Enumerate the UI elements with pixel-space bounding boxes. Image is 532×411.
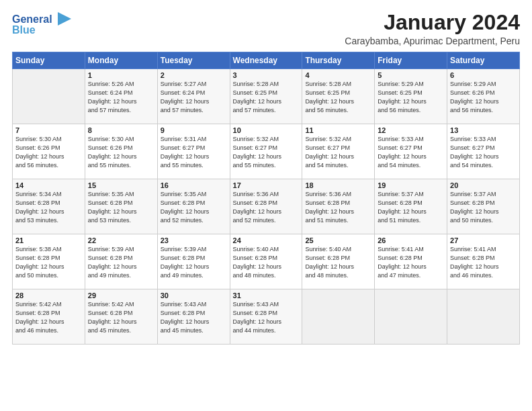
day-number: 5 <box>378 71 444 79</box>
day-cell: 16Sunrise: 5:35 AMSunset: 6:28 PMDayligh… <box>157 179 230 234</box>
day-number: 9 <box>161 126 227 134</box>
day-number: 27 <box>450 236 517 244</box>
day-cell: 15Sunrise: 5:35 AMSunset: 6:28 PMDayligh… <box>85 179 157 234</box>
day-info: Sunrise: 5:42 AMSunset: 6:28 PMDaylight:… <box>15 300 82 335</box>
day-cell: 14Sunrise: 5:34 AMSunset: 6:28 PMDayligh… <box>13 179 85 234</box>
day-number: 30 <box>161 291 227 300</box>
header-cell-saturday: Saturday <box>447 52 520 69</box>
header-cell-friday: Friday <box>375 52 447 69</box>
day-info: Sunrise: 5:35 AMSunset: 6:28 PMDaylight:… <box>161 190 227 225</box>
header: General Blue January 2024 Caraybamba, Ap… <box>12 11 520 46</box>
day-number: 26 <box>378 236 444 244</box>
day-info: Sunrise: 5:34 AMSunset: 6:28 PMDaylight:… <box>15 190 82 225</box>
title-section: January 2024 Caraybamba, Apurimac Depart… <box>345 11 520 46</box>
day-info: Sunrise: 5:36 AMSunset: 6:28 PMDaylight:… <box>233 190 300 225</box>
page-title: January 2024 <box>345 11 520 34</box>
svg-text:General: General <box>12 13 52 25</box>
day-info: Sunrise: 5:28 AMSunset: 6:25 PMDaylight:… <box>233 80 300 115</box>
day-cell: 7Sunrise: 5:30 AMSunset: 6:26 PMDaylight… <box>13 124 85 179</box>
header-cell-sunday: Sunday <box>13 52 85 69</box>
svg-marker-2 <box>58 12 71 26</box>
day-cell <box>447 289 520 345</box>
day-info: Sunrise: 5:37 AMSunset: 6:28 PMDaylight:… <box>450 190 517 225</box>
day-number: 10 <box>233 126 300 134</box>
day-cell: 12Sunrise: 5:33 AMSunset: 6:27 PMDayligh… <box>375 124 447 179</box>
day-cell: 29Sunrise: 5:42 AMSunset: 6:28 PMDayligh… <box>85 289 157 345</box>
page-subtitle: Caraybamba, Apurimac Department, Peru <box>345 36 520 46</box>
day-cell: 3Sunrise: 5:28 AMSunset: 6:25 PMDaylight… <box>230 69 302 124</box>
header-cell-tuesday: Tuesday <box>157 52 230 69</box>
day-cell: 28Sunrise: 5:42 AMSunset: 6:28 PMDayligh… <box>13 289 85 345</box>
header-row: SundayMondayTuesdayWednesdayThursdayFrid… <box>13 52 520 69</box>
week-row-1: 1Sunrise: 5:26 AMSunset: 6:24 PMDaylight… <box>13 69 520 124</box>
day-number: 22 <box>88 236 154 244</box>
day-info: Sunrise: 5:32 AMSunset: 6:27 PMDaylight:… <box>233 135 300 170</box>
day-info: Sunrise: 5:26 AMSunset: 6:24 PMDaylight:… <box>88 80 154 115</box>
day-info: Sunrise: 5:38 AMSunset: 6:28 PMDaylight:… <box>15 245 82 280</box>
day-number: 15 <box>88 181 154 189</box>
day-cell: 23Sunrise: 5:39 AMSunset: 6:28 PMDayligh… <box>157 234 230 289</box>
day-number: 14 <box>15 181 82 189</box>
header-cell-wednesday: Wednesday <box>230 52 302 69</box>
day-number: 7 <box>15 126 82 134</box>
day-cell: 22Sunrise: 5:39 AMSunset: 6:28 PMDayligh… <box>85 234 157 289</box>
day-cell: 30Sunrise: 5:43 AMSunset: 6:28 PMDayligh… <box>157 289 230 345</box>
day-number: 17 <box>233 181 300 189</box>
day-info: Sunrise: 5:39 AMSunset: 6:28 PMDaylight:… <box>161 245 227 280</box>
day-cell: 5Sunrise: 5:29 AMSunset: 6:25 PMDaylight… <box>375 69 447 124</box>
logo: General Blue <box>12 11 73 36</box>
day-cell: 10Sunrise: 5:32 AMSunset: 6:27 PMDayligh… <box>230 124 302 179</box>
day-info: Sunrise: 5:32 AMSunset: 6:27 PMDaylight:… <box>305 135 371 170</box>
day-number: 21 <box>15 236 82 244</box>
day-info: Sunrise: 5:29 AMSunset: 6:26 PMDaylight:… <box>450 80 517 115</box>
day-info: Sunrise: 5:29 AMSunset: 6:25 PMDaylight:… <box>378 80 444 115</box>
day-cell: 2Sunrise: 5:27 AMSunset: 6:24 PMDaylight… <box>157 69 230 124</box>
day-number: 13 <box>450 126 517 134</box>
day-number: 1 <box>88 71 154 79</box>
day-number: 6 <box>450 71 517 79</box>
day-number: 20 <box>450 181 517 189</box>
week-row-5: 28Sunrise: 5:42 AMSunset: 6:28 PMDayligh… <box>13 289 520 345</box>
week-row-4: 21Sunrise: 5:38 AMSunset: 6:28 PMDayligh… <box>13 234 520 289</box>
day-cell: 9Sunrise: 5:31 AMSunset: 6:27 PMDaylight… <box>157 124 230 179</box>
day-cell: 1Sunrise: 5:26 AMSunset: 6:24 PMDaylight… <box>85 69 157 124</box>
day-number: 18 <box>305 181 371 189</box>
day-cell: 6Sunrise: 5:29 AMSunset: 6:26 PMDaylight… <box>447 69 520 124</box>
logo-svg: General Blue <box>12 11 73 36</box>
day-info: Sunrise: 5:28 AMSunset: 6:25 PMDaylight:… <box>305 80 371 115</box>
day-number: 16 <box>161 181 227 189</box>
week-row-2: 7Sunrise: 5:30 AMSunset: 6:26 PMDaylight… <box>13 124 520 179</box>
day-number: 31 <box>233 291 300 300</box>
header-cell-monday: Monday <box>85 52 157 69</box>
page: General Blue January 2024 Caraybamba, Ap… <box>0 0 532 411</box>
day-info: Sunrise: 5:42 AMSunset: 6:28 PMDaylight:… <box>88 300 154 335</box>
day-info: Sunrise: 5:41 AMSunset: 6:28 PMDaylight:… <box>450 245 517 280</box>
day-number: 4 <box>305 71 371 79</box>
day-info: Sunrise: 5:31 AMSunset: 6:27 PMDaylight:… <box>161 135 227 170</box>
day-cell: 25Sunrise: 5:40 AMSunset: 6:28 PMDayligh… <box>302 234 375 289</box>
day-cell: 19Sunrise: 5:37 AMSunset: 6:28 PMDayligh… <box>375 179 447 234</box>
day-info: Sunrise: 5:30 AMSunset: 6:26 PMDaylight:… <box>15 135 82 170</box>
day-cell: 26Sunrise: 5:41 AMSunset: 6:28 PMDayligh… <box>375 234 447 289</box>
day-info: Sunrise: 5:41 AMSunset: 6:28 PMDaylight:… <box>378 245 444 280</box>
day-cell <box>13 69 85 124</box>
day-info: Sunrise: 5:39 AMSunset: 6:28 PMDaylight:… <box>88 245 154 280</box>
day-info: Sunrise: 5:33 AMSunset: 6:27 PMDaylight:… <box>450 135 517 170</box>
week-row-3: 14Sunrise: 5:34 AMSunset: 6:28 PMDayligh… <box>13 179 520 234</box>
day-info: Sunrise: 5:40 AMSunset: 6:28 PMDaylight:… <box>233 245 300 280</box>
day-cell <box>375 289 447 345</box>
day-info: Sunrise: 5:30 AMSunset: 6:26 PMDaylight:… <box>88 135 154 170</box>
day-cell: 13Sunrise: 5:33 AMSunset: 6:27 PMDayligh… <box>447 124 520 179</box>
svg-text:Blue: Blue <box>12 24 36 36</box>
day-number: 29 <box>88 291 154 300</box>
day-number: 11 <box>305 126 371 134</box>
day-number: 23 <box>161 236 227 244</box>
day-info: Sunrise: 5:37 AMSunset: 6:28 PMDaylight:… <box>378 190 444 225</box>
day-number: 24 <box>233 236 300 244</box>
day-info: Sunrise: 5:36 AMSunset: 6:28 PMDaylight:… <box>305 190 371 225</box>
day-cell: 21Sunrise: 5:38 AMSunset: 6:28 PMDayligh… <box>13 234 85 289</box>
calendar-table: SundayMondayTuesdayWednesdayThursdayFrid… <box>12 52 520 345</box>
day-cell: 18Sunrise: 5:36 AMSunset: 6:28 PMDayligh… <box>302 179 375 234</box>
day-info: Sunrise: 5:43 AMSunset: 6:28 PMDaylight:… <box>161 300 227 335</box>
day-number: 28 <box>15 291 82 300</box>
